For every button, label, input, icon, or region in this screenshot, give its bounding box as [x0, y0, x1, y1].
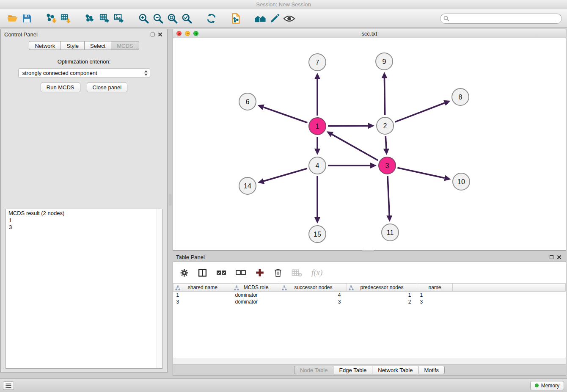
close-table-panel-button[interactable] [555, 253, 563, 261]
tab-mcds[interactable]: MCDS [111, 41, 139, 50]
table-cell[interactable]: dominator [232, 298, 280, 305]
open-network-file-button[interactable] [228, 11, 243, 26]
mcds-result-text[interactable]: 1 3 [6, 217, 162, 231]
task-history-button[interactable] [3, 381, 14, 390]
graphics-details-button[interactable] [282, 11, 296, 26]
table-settings-button[interactable] [180, 268, 189, 277]
svg-text:7: 7 [316, 59, 319, 66]
close-window-button[interactable] [176, 31, 182, 36]
close-panel-action-button[interactable]: Close panel [87, 83, 128, 92]
table-panel-header: Table Panel [173, 252, 566, 262]
graph-node-8[interactable]: 8 [452, 88, 469, 105]
float-panel-button[interactable] [149, 30, 156, 38]
tab-style[interactable]: Style [61, 41, 84, 50]
table-cell[interactable]: 4 [280, 292, 347, 299]
search-input[interactable] [440, 14, 562, 24]
run-mcds-button[interactable]: Run MCDS [41, 83, 80, 92]
maximize-window-button[interactable] [193, 31, 198, 36]
export-network-button[interactable] [83, 11, 97, 26]
table-row[interactable]: 3dominator323 [173, 298, 566, 305]
graph-node-2[interactable]: 2 [377, 117, 394, 134]
result-scrollbar[interactable] [157, 209, 162, 368]
import-table-icon [60, 13, 72, 24]
float-table-panel-button[interactable] [548, 253, 555, 261]
import-table-button[interactable] [58, 11, 73, 26]
open-session-button[interactable] [5, 11, 19, 26]
column-header-shared-name[interactable]: shared name [173, 284, 232, 292]
table-cell[interactable]: 3 [173, 298, 232, 305]
float-icon [550, 255, 553, 259]
update-network-button[interactable] [204, 11, 218, 26]
zoom-in-button[interactable] [136, 11, 151, 26]
graph-edge-1-6[interactable] [264, 107, 308, 122]
tab-edge-table[interactable]: Edge Table [333, 366, 372, 374]
control-panel-title: Control Panel [4, 31, 38, 38]
toolbar-group-session [5, 11, 34, 26]
import-network-button[interactable] [44, 11, 58, 26]
style-paint-button[interactable] [267, 11, 282, 26]
graph-node-14[interactable]: 14 [239, 177, 256, 194]
column-header-successor-nodes[interactable]: successor nodes [280, 284, 347, 292]
table-cell[interactable]: 3 [417, 298, 453, 305]
table-row[interactable]: 1dominator411 [173, 292, 566, 299]
graph-node-15[interactable]: 15 [309, 226, 326, 243]
graph-edge-3-11[interactable] [388, 176, 389, 215]
add-row-button[interactable] [255, 268, 264, 277]
unselect-all-button[interactable] [236, 269, 246, 276]
graph-edge-3-10[interactable] [397, 168, 445, 178]
graph-edge-2-9[interactable] [385, 78, 385, 115]
column-header-name[interactable]: name [417, 284, 453, 292]
graph-node-10[interactable]: 10 [453, 173, 470, 190]
zoom-selected-button[interactable] [179, 11, 194, 26]
graph-node-3[interactable]: 3 [379, 157, 396, 174]
graph-edge-2-3[interactable] [385, 136, 386, 149]
table-cell[interactable]: 1 [417, 292, 453, 299]
table-cell[interactable]: 3 [280, 298, 347, 305]
open-folder-icon [7, 13, 18, 24]
table-cell[interactable]: 2 [347, 298, 417, 305]
tab-select[interactable]: Select [84, 41, 111, 50]
graph-node-1[interactable]: 1 [309, 118, 326, 135]
table-cell[interactable]: 1 [173, 292, 232, 299]
graph-edge-1-2[interactable] [328, 126, 368, 126]
delete-rows-button[interactable] [274, 268, 282, 277]
graph-node-11[interactable]: 11 [382, 224, 399, 241]
export-image-button[interactable] [112, 11, 126, 26]
network-canvas[interactable]: 7968124314101511 [173, 38, 566, 250]
graph-node-6[interactable]: 6 [239, 93, 256, 110]
graph-edge-2-8[interactable] [395, 103, 444, 122]
delete-table-button[interactable] [292, 268, 302, 277]
tab-network-table[interactable]: Network Table [372, 366, 418, 374]
tab-node-table[interactable]: Node Table [294, 366, 333, 374]
close-panel-button[interactable] [156, 30, 164, 38]
column-header-mcds-role[interactable]: MCDS role [232, 284, 280, 292]
column-chooser-button[interactable] [198, 268, 207, 277]
table-cell[interactable]: 1 [347, 292, 417, 299]
select-all-button[interactable] [216, 269, 226, 276]
export-table-button[interactable] [97, 11, 112, 26]
column-header-predecessor-nodes[interactable]: predecessor nodes [347, 284, 417, 292]
table-cell[interactable]: dominator [232, 292, 280, 299]
minimize-window-button[interactable] [185, 31, 190, 36]
toolbar-group-refresh [204, 11, 218, 26]
tab-network[interactable]: Network [29, 41, 61, 50]
table-horizontal-scrollbar[interactable] [173, 358, 566, 364]
first-neighbors-button[interactable] [253, 11, 267, 26]
window-titlebar[interactable]: Session: New Session [0, 0, 567, 9]
graph-node-9[interactable]: 9 [376, 53, 393, 70]
zoom-out-button[interactable] [151, 11, 165, 26]
graph-node-7[interactable]: 7 [309, 54, 326, 71]
criterion-dropdown[interactable]: strongly connected component [18, 68, 150, 78]
column-header-filler [453, 284, 566, 292]
network-window-titlebar[interactable]: scc.txt [173, 29, 566, 38]
memory-status-icon [535, 384, 539, 387]
graph-edge-4-14[interactable] [264, 168, 307, 181]
fit-content-button[interactable] [165, 11, 179, 26]
graph-node-4[interactable]: 4 [309, 157, 326, 174]
function-builder-button[interactable]: f(x) [311, 268, 322, 277]
memory-button[interactable]: Memory [530, 381, 564, 390]
tab-motifs[interactable]: Motifs [418, 366, 445, 374]
save-session-button[interactable] [19, 11, 34, 26]
vertical-splitter-handle[interactable] [169, 194, 172, 206]
graph-edge-3-1[interactable] [332, 135, 378, 160]
